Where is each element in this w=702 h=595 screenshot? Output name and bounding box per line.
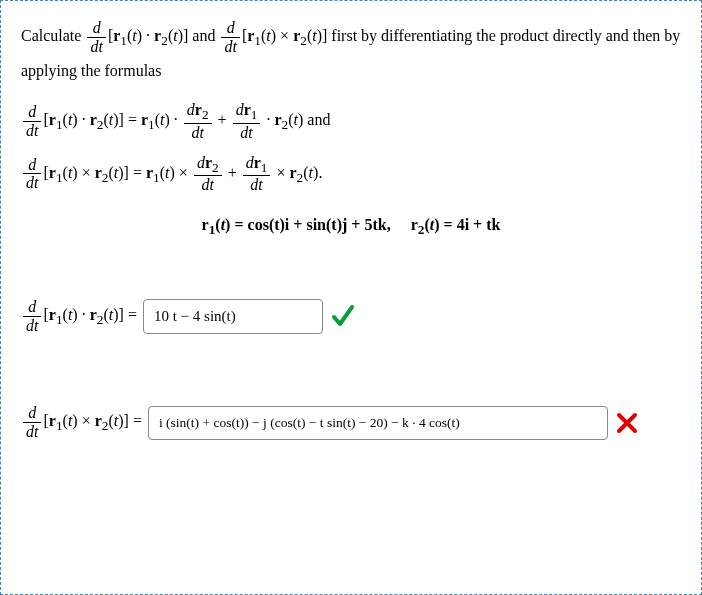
dot-answer-input[interactable]: 10 t − 4 sin(t) [143, 299, 323, 334]
prompt-text-2: and [192, 27, 219, 44]
prompt-text-1: Calculate [21, 27, 85, 44]
cross-answer-input[interactable]: i (sin(t) + cos(t)) − j (cos(t) − t sin(… [148, 406, 608, 440]
cross-answer-row: ddt[r1(t) × r2(t)] = i (sin(t) + cos(t))… [21, 404, 681, 440]
dot-formula-suffix: and [303, 111, 330, 128]
dot-answer-row: ddt[r1(t) · r2(t)] = 10 t − 4 sin(t) [21, 298, 681, 334]
check-icon [331, 302, 355, 330]
r2-definition: 4i + tk [457, 216, 501, 233]
cross-answer-lhs: ddt[r1(t) × r2(t)] = [21, 404, 142, 440]
problem-container: Calculate ddt[r1(t) · r2(t)] and ddt[r1(… [0, 0, 702, 595]
dot-formula: ddt[r1(t) · r2(t)] = r1(t) · dr2dt + dr1… [21, 101, 681, 141]
cross-formula-suffix: . [318, 164, 322, 181]
cross-icon [616, 412, 638, 434]
problem-prompt: Calculate ddt[r1(t) · r2(t)] and ddt[r1(… [21, 19, 681, 87]
cross-formula: ddt[r1(t) × r2(t)] = r1(t) × dr2dt + dr1… [21, 154, 681, 194]
given-functions: r1(t) = cos(t)i + sin(t)j + 5tk, r2(t) =… [21, 216, 681, 238]
dot-answer-lhs: ddt[r1(t) · r2(t)] = [21, 298, 137, 334]
r1-definition: cos(t)i + sin(t)j + 5tk, [248, 216, 391, 233]
